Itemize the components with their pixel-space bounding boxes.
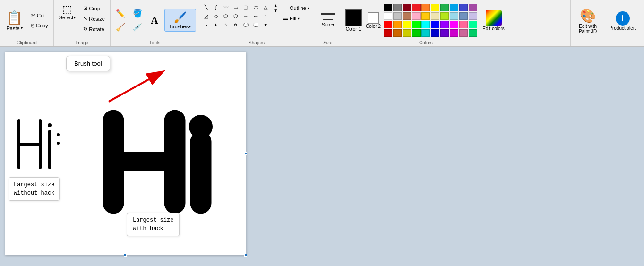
resize-button[interactable]: ⤡ Resize — [80, 14, 108, 23]
palette-swatch-5[interactable] — [431, 4, 439, 11]
clipboard-section: 📋 Paste ▾ ✂ Cut ⎘ Copy — [0, 0, 54, 46]
handle-bottom-center[interactable] — [124, 254, 127, 257]
palette-swatch-22[interactable] — [403, 21, 411, 28]
shape-scroll[interactable]: ▼ — [261, 21, 270, 29]
palette-swatch-4[interactable] — [421, 4, 430, 11]
fill-button[interactable]: ▬ Fill ▾ — [281, 14, 312, 23]
copy-button[interactable]: ⎘ Copy — [28, 21, 52, 30]
palette-swatch-28[interactable] — [459, 21, 468, 28]
palette-swatch-36[interactable] — [440, 29, 449, 37]
shape-5[interactable]: ✦ — [211, 21, 221, 29]
palette-swatch-6[interactable] — [440, 4, 449, 11]
tools-label: Tools — [113, 39, 196, 46]
palette-swatch-7[interactable] — [450, 4, 458, 11]
rotate-button[interactable]: ↻ Rotate — [80, 25, 108, 34]
cut-button[interactable]: ✂ Cut — [28, 11, 52, 20]
shape-right-arrow[interactable]: → — [241, 12, 250, 20]
product-alert-button[interactable]: i Product alert — [605, 9, 640, 33]
shape-round-rect[interactable]: ▢ — [241, 3, 250, 11]
palette-swatch-13[interactable] — [412, 12, 421, 20]
palette-swatch-18[interactable] — [459, 12, 468, 20]
paste-label: Paste — [6, 26, 19, 31]
shape-left-arrow[interactable]: ← — [251, 12, 260, 20]
shape-up-arrow[interactable]: ↑ — [261, 12, 270, 20]
palette-swatch-1[interactable] — [393, 4, 402, 11]
clipboard-label: Clipboard — [2, 39, 52, 46]
palette-swatch-39[interactable] — [469, 29, 477, 37]
palette-swatch-27[interactable] — [450, 21, 458, 28]
palette-swatch-37[interactable] — [450, 29, 458, 37]
shape-curve[interactable]: ∫ — [211, 3, 221, 11]
edit-colors-icon — [486, 10, 502, 26]
palette-swatch-29[interactable] — [469, 21, 477, 28]
crop-button[interactable]: ⊡ Crop — [80, 4, 108, 13]
shape-pentagon[interactable]: ⬠ — [221, 12, 231, 20]
palette-swatch-25[interactable] — [431, 21, 439, 28]
handle-bottom-right[interactable] — [244, 254, 247, 257]
brushes-button[interactable]: 🖌️ Brushes ▾ — [164, 9, 196, 32]
shape-rect[interactable]: ▭ — [231, 3, 240, 11]
palette-swatch-31[interactable] — [393, 29, 402, 37]
palette-swatch-21[interactable] — [393, 21, 402, 28]
palette-swatch-10[interactable] — [384, 12, 392, 20]
text-button[interactable]: A — [147, 12, 162, 29]
palette-swatch-19[interactable] — [469, 12, 477, 20]
palette-swatch-17[interactable] — [450, 12, 458, 20]
right-tools-section: 🎨 Edit withPaint 3D i Product alert — [571, 0, 644, 46]
outline-button[interactable]: — Outline ▾ — [281, 4, 312, 12]
shape-line[interactable]: ╲ — [201, 3, 211, 11]
palette-swatch-34[interactable] — [421, 29, 430, 37]
palette-swatch-30[interactable] — [384, 29, 392, 37]
shape-9[interactable]: 💭 — [251, 21, 260, 29]
edit-paint3d-button[interactable]: 🎨 Edit withPaint 3D — [575, 6, 601, 36]
svg-point-3 — [48, 123, 52, 127]
palette-swatch-15[interactable] — [431, 12, 439, 20]
palette-swatch-32[interactable] — [403, 29, 411, 37]
palette-swatch-14[interactable] — [421, 12, 430, 20]
handle-right-center[interactable] — [244, 152, 247, 155]
size-button[interactable]: Size ▾ — [319, 11, 337, 30]
palette-swatch-38[interactable] — [459, 29, 468, 37]
palette-swatch-33[interactable] — [412, 29, 421, 37]
shapes-section: ╲ ∫ 〰 ▭ ▢ ⬭ △ ◿ ◇ ⬠ ⬡ → ← ↑ ⬧ ✦ — [199, 0, 314, 46]
shape-triangle[interactable]: △ — [261, 3, 270, 11]
pencil-button[interactable]: ✏️ — [113, 8, 128, 19]
shape-ellipse[interactable]: ⬭ — [251, 3, 260, 11]
palette-swatch-8[interactable] — [459, 4, 468, 11]
palette-swatch-26[interactable] — [440, 21, 449, 28]
paint3d-icon: 🎨 — [580, 8, 596, 24]
select-button[interactable]: ⬚ Select ▾ — [56, 3, 79, 22]
palette-swatch-35[interactable] — [431, 29, 439, 37]
shape-freeform[interactable]: 〰 — [221, 3, 231, 11]
palette-swatch-12[interactable] — [403, 12, 411, 20]
palette-swatch-23[interactable] — [412, 21, 421, 28]
color2-button[interactable]: Color 2 — [365, 11, 382, 30]
paste-button[interactable]: 📋 Paste ▾ — [2, 9, 27, 33]
palette-swatch-16[interactable] — [440, 12, 449, 20]
info-icon: i — [616, 11, 630, 26]
palette-swatch-24[interactable] — [421, 21, 430, 28]
palette-swatch-0[interactable] — [384, 4, 392, 11]
eyedropper-button[interactable]: 💉 — [130, 21, 145, 33]
shape-4[interactable]: ⬧ — [201, 21, 211, 29]
canvas-wrapper[interactable]: Brush tool Largest size without hack Lar… — [5, 52, 246, 255]
shape-6[interactable]: ☆ — [221, 21, 231, 29]
shape-hexagon[interactable]: ⬡ — [231, 12, 240, 20]
palette-swatch-9[interactable] — [469, 4, 477, 11]
annotation-without-hack: Largest size without hack — [9, 177, 60, 201]
eraser-button[interactable]: 🧹 — [113, 21, 128, 33]
shape-7[interactable]: ✿ — [231, 21, 240, 29]
shapes-scroll[interactable]: ▲▼ — [272, 2, 279, 14]
color1-button[interactable]: Color 1 — [344, 9, 363, 33]
palette-swatch-11[interactable] — [393, 12, 402, 20]
resize-icon: ⤡ — [83, 16, 87, 22]
shape-8[interactable]: 💬 — [241, 21, 250, 29]
palette-swatch-3[interactable] — [412, 4, 421, 11]
shape-right-triangle[interactable]: ◿ — [201, 12, 211, 20]
palette-swatch-2[interactable] — [403, 4, 411, 11]
edit-colors-button[interactable]: Edit colors — [479, 8, 508, 34]
shape-diamond[interactable]: ◇ — [211, 12, 221, 20]
annotation-with-hack: Largest size with hack — [127, 213, 180, 236]
fill-bucket-button[interactable]: 🪣 — [130, 8, 145, 19]
palette-swatch-20[interactable] — [384, 21, 392, 28]
